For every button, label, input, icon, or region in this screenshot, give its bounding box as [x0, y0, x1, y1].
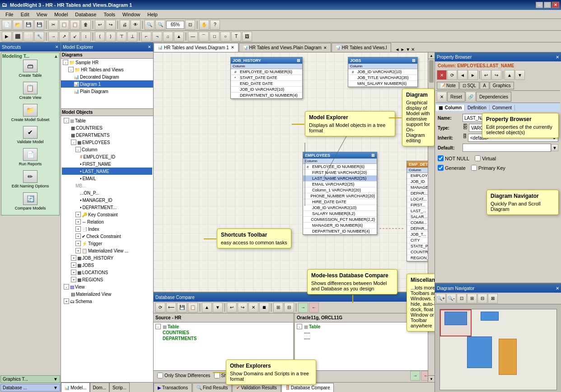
- pb-refresh-btn[interactable]: ⟳: [447, 70, 457, 80]
- employees-table[interactable]: EMPLOYEES ⊠ Column #EMPLOYEE_ID NUMBER(6…: [303, 152, 377, 235]
- trig-expand[interactable]: +: [75, 241, 81, 246]
- minimize-btn[interactable]: ─: [536, 2, 543, 8]
- last-name-node[interactable]: • LAST_NAME: [62, 168, 152, 175]
- tb2-ellipse[interactable]: ○: [220, 32, 230, 42]
- pan-btn[interactable]: ✋: [199, 20, 209, 30]
- dbc-del[interactable]: ✕: [248, 303, 258, 313]
- dn-grid2[interactable]: ⊟: [477, 294, 487, 303]
- hr-tv-expand[interactable]: -: [68, 67, 74, 72]
- tab-diag1-close[interactable]: ✕: [231, 45, 234, 50]
- decorated-diagram-node[interactable]: 📊 Decorated Diagram: [61, 73, 153, 80]
- pb-prev-btn[interactable]: ◄: [458, 70, 468, 80]
- dbc-stop[interactable]: ⏹: [259, 303, 269, 313]
- dbc-only-diff-opt[interactable]: Only Show Differences: [157, 373, 210, 378]
- plain-diagram-node[interactable]: 📊 Plain Diagram: [61, 88, 153, 95]
- locations-node[interactable]: + ▦ LOCATIONS: [62, 269, 152, 276]
- dbc-left-arrow[interactable]: ←: [309, 303, 319, 313]
- sample-hr-expand[interactable]: -: [63, 60, 68, 65]
- rel-expand[interactable]: +: [75, 219, 81, 224]
- reports-shortcut[interactable]: 📄 Run Reports: [19, 148, 42, 166]
- tb2-2[interactable]: ⬛: [13, 32, 23, 42]
- schema-node[interactable]: + 🗂 Schema: [62, 298, 152, 305]
- cc-expand[interactable]: +: [75, 233, 81, 239]
- copy-btn[interactable]: 📋: [59, 20, 69, 30]
- mb-node[interactable]: MB...: [62, 182, 152, 189]
- zoom-in-btn[interactable]: 🔍: [145, 20, 154, 30]
- tab-close-all[interactable]: ✕: [411, 47, 415, 52]
- btab-find[interactable]: 🔍 Find Results: [192, 383, 232, 392]
- tb2-4[interactable]: 🔧: [34, 32, 44, 42]
- key-constraint-node[interactable]: + 🔑 Key Constraint: [62, 211, 152, 218]
- mat-view-grp[interactable]: ▤ Materialized View: [62, 290, 152, 298]
- me-tab-dom[interactable]: Dom...: [90, 383, 109, 392]
- dn-fit[interactable]: ⊡: [457, 294, 467, 303]
- pb-deps-icon[interactable]: 🔗: [466, 92, 476, 102]
- tb2-line[interactable]: —: [188, 32, 198, 42]
- tab-plain[interactable]: 📊 HR Tables and Views.Plain Diagram ✕: [239, 43, 331, 52]
- menu-database[interactable]: Database: [71, 11, 100, 18]
- pb-tab-deps[interactable]: Dependencies: [476, 92, 511, 102]
- save-all-btn[interactable]: 💾: [34, 20, 44, 30]
- job-history-node[interactable]: + ▦ JOB_HISTORY: [62, 254, 152, 261]
- tab-prev[interactable]: ◄: [395, 47, 400, 52]
- table-group[interactable]: - ▦ Table: [62, 117, 152, 124]
- print-preview-btn[interactable]: 👁: [131, 20, 140, 30]
- tb2-13[interactable]: ⌐: [141, 32, 151, 42]
- dbc-only-diff-cb[interactable]: [157, 373, 163, 378]
- table-expand[interactable]: -: [64, 118, 69, 123]
- dbc-src-expand[interactable]: -: [155, 324, 161, 329]
- mat-view-node[interactable]: + 📋 Materialized View ...: [62, 247, 152, 254]
- tb2-3[interactable]: ⬜: [23, 32, 33, 42]
- create-subset-shortcut[interactable]: 📁 Create Model Subset: [11, 104, 50, 122]
- dbc-grid[interactable]: ⊞: [273, 303, 283, 313]
- relation-node[interactable]: + ↔ Relation: [62, 218, 152, 225]
- index-node[interactable]: + 📑 Index: [62, 225, 152, 233]
- view-group[interactable]: - ▤ View: [62, 283, 152, 290]
- me-tab-scrip[interactable]: Scrip...: [109, 383, 130, 392]
- pb-tab-a[interactable]: A: [480, 82, 489, 89]
- pb-down-btn[interactable]: ▼: [515, 70, 525, 80]
- create-table-shortcut[interactable]: 🗃 Create Table: [19, 60, 42, 78]
- sample-hr-node[interactable]: - 📁 Sample HR: [61, 59, 153, 66]
- naming-shortcut[interactable]: ✏ Edit Naming Options: [12, 170, 49, 188]
- tb2-15[interactable]: ⌂: [163, 32, 173, 42]
- trigger-node[interactable]: + ⚡ Trigger: [62, 240, 152, 247]
- pb-delete-btn[interactable]: ✕: [437, 70, 447, 80]
- dn-zoom-out[interactable]: 🔍-: [446, 294, 456, 303]
- tb2-1[interactable]: ▶: [2, 32, 12, 42]
- zoom-input[interactable]: 65%: [166, 21, 184, 29]
- btab-transactions[interactable]: ▶ Transactions: [154, 383, 192, 392]
- dbc-tb2[interactable]: ⟵: [166, 303, 176, 313]
- tb2-curve[interactable]: ⌒: [199, 32, 209, 42]
- paste-btn[interactable]: 📋: [70, 20, 80, 30]
- diagram-canvas[interactable]: JOB_HISTORY ⊠ Column #EMPLOYEE_ID NUMBER…: [154, 52, 435, 392]
- tb2-16[interactable]: ▲: [174, 32, 184, 42]
- modeling-section-header[interactable]: Modeling T... ▲: [2, 54, 58, 59]
- undo-btn[interactable]: ↩: [95, 20, 105, 30]
- scroll-v-down[interactable]: ▼: [428, 375, 435, 382]
- compare-shortcut[interactable]: 🔄 Compare Models: [15, 192, 46, 210]
- check-constraint-node[interactable]: + ✔ Check Constraint: [62, 233, 152, 240]
- dbc-col[interactable]: ⊟: [284, 303, 294, 313]
- menu-view[interactable]: View: [33, 11, 51, 18]
- tb2-14[interactable]: ¬: [152, 32, 162, 42]
- scroll-v-thumb[interactable]: [429, 60, 434, 83]
- tab-next[interactable]: ►: [400, 47, 405, 52]
- tb2-10[interactable]: ⟩: [106, 32, 116, 42]
- tb2-9[interactable]: ⟨: [95, 32, 105, 42]
- pb-virtual-opt[interactable]: Virtual: [475, 155, 496, 161]
- cut-btn[interactable]: ✂: [48, 20, 58, 30]
- pb-generate-cb[interactable]: [438, 165, 444, 171]
- pb-undo-btn[interactable]: ↩: [481, 70, 491, 80]
- pb-virtual-cb[interactable]: [475, 155, 481, 161]
- diagram1-node[interactable]: 📊 Diagram 1: [61, 80, 153, 88]
- tab-hr[interactable]: 📊 HR Tables and Views.l: [332, 43, 391, 52]
- first-name-node[interactable]: • FIRST_NAME: [62, 160, 152, 168]
- database-toolbar-btn[interactable]: Database ... ▼: [0, 384, 60, 392]
- pb-next-btn[interactable]: ►: [468, 70, 478, 80]
- col-expand[interactable]: -: [75, 147, 81, 152]
- tb2-12[interactable]: ⊥: [127, 32, 137, 42]
- pb-tab-reset[interactable]: Reset: [447, 92, 465, 102]
- tab-plain-close[interactable]: ✕: [323, 46, 327, 50]
- dbc-dn[interactable]: ▼: [213, 303, 223, 313]
